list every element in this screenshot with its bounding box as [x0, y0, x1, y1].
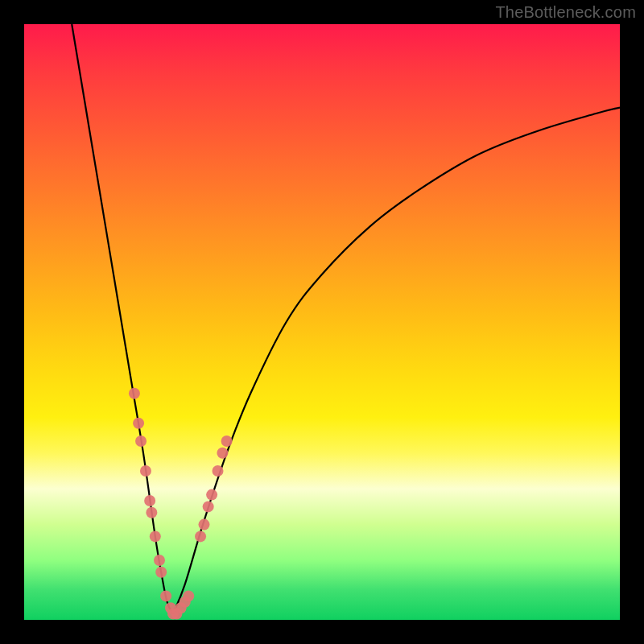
- data-marker: [198, 519, 209, 530]
- data-marker: [144, 495, 155, 506]
- data-marker: [203, 501, 214, 512]
- curve-group: [72, 24, 620, 614]
- data-marker: [195, 530, 206, 542]
- data-marker: [150, 530, 161, 542]
- data-marker: [135, 436, 147, 447]
- data-marker: [217, 448, 228, 459]
- watermark-text: TheBottleneck.com: [495, 3, 636, 22]
- chart-svg: [24, 24, 620, 620]
- data-markers: [129, 388, 233, 620]
- data-marker: [133, 418, 144, 429]
- data-marker: [160, 590, 171, 601]
- outer-frame: TheBottleneck.com: [0, 0, 644, 644]
- curve-right-branch: [173, 108, 620, 614]
- data-marker: [221, 436, 233, 447]
- curve-left-branch: [72, 24, 173, 614]
- data-marker: [140, 465, 151, 477]
- data-marker: [155, 567, 167, 578]
- data-marker: [146, 507, 157, 518]
- data-marker: [213, 465, 224, 477]
- data-marker: [154, 555, 165, 566]
- data-marker: [183, 590, 194, 601]
- data-marker: [129, 388, 140, 399]
- plot-area: [24, 24, 620, 620]
- data-marker: [206, 489, 217, 501]
